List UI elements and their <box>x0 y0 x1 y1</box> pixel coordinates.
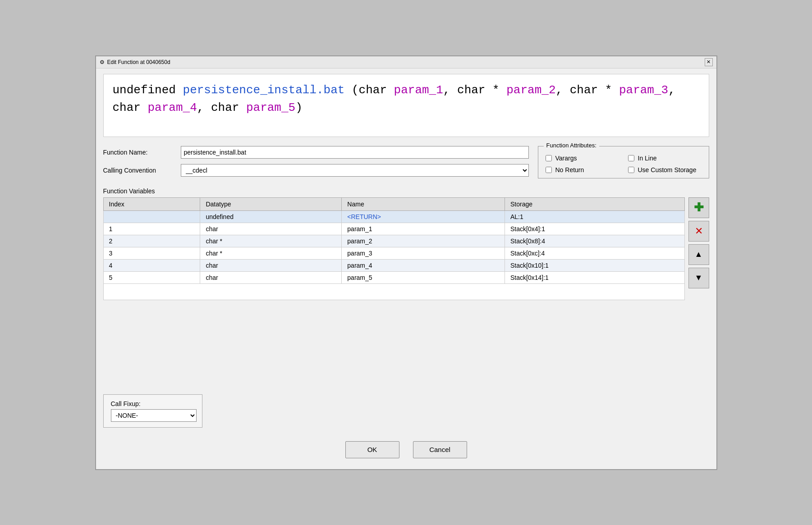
no-return-checkbox[interactable] <box>546 167 552 173</box>
cell-storage: Stack[0x4]:1 <box>505 223 685 235</box>
form-area: Function Name: Calling Convention __cdec… <box>103 146 709 178</box>
title-bar: ⚙ Edit Function at 0040650d ✕ <box>96 56 716 68</box>
button-row: OK Cancel <box>96 441 716 458</box>
sig-param1: param_1 <box>394 83 443 97</box>
cell-datatype: char <box>200 259 342 271</box>
close-button[interactable]: ✕ <box>705 58 713 66</box>
table-row[interactable]: 5 char param_5 Stack[0x14]:1 <box>103 271 684 283</box>
no-return-label: No Return <box>555 166 584 173</box>
no-return-item: No Return <box>546 166 619 173</box>
cell-datatype: char * <box>200 247 342 259</box>
col-datatype: Datatype <box>200 197 342 210</box>
title-bar-left: ⚙ Edit Function at 0040650d <box>100 59 170 65</box>
cell-datatype: char * <box>200 235 342 247</box>
sig-param2: param_2 <box>506 83 555 97</box>
callfix-select[interactable]: -NONE- <box>111 409 197 422</box>
inline-item: In Line <box>628 155 702 162</box>
cell-name: param_3 <box>342 247 505 259</box>
function-name-input[interactable] <box>181 146 529 159</box>
cell-index: 2 <box>103 235 200 247</box>
form-fields: Function Name: Calling Convention __cdec… <box>103 146 529 177</box>
cell-index: 1 <box>103 223 200 235</box>
calling-convention-row: Calling Convention __cdecl __stdcall __f… <box>103 164 529 177</box>
dialog-title: Edit Function at 0040650d <box>107 59 170 65</box>
move-down-button[interactable]: ▼ <box>688 268 709 288</box>
callfix-box: Call Fixup: -NONE- <box>103 394 202 428</box>
callfix-label: Call Fixup: <box>111 400 195 407</box>
cell-index: 3 <box>103 247 200 259</box>
move-up-button[interactable]: ▲ <box>688 244 709 265</box>
col-storage: Storage <box>505 197 685 210</box>
attr-grid: Varargs In Line No Return Use Custom Sto… <box>546 155 702 173</box>
cell-storage: Stack[0x14]:1 <box>505 271 685 283</box>
cell-storage: Stack[0x8]:4 <box>505 235 685 247</box>
sig-param3: param_3 <box>619 83 668 97</box>
attributes-box: Function Attributes: Varargs In Line No … <box>538 146 709 178</box>
inline-checkbox[interactable] <box>628 155 634 161</box>
sig-comma4: , char <box>197 101 246 114</box>
cancel-button[interactable]: Cancel <box>413 441 467 458</box>
cell-datatype: char <box>200 223 342 235</box>
calling-convention-label: Calling Convention <box>103 167 175 174</box>
custom-storage-checkbox[interactable] <box>628 167 634 173</box>
cell-storage: AL:1 <box>505 210 685 223</box>
cell-index <box>103 210 200 223</box>
cell-name: param_5 <box>342 271 505 283</box>
table-row[interactable]: 1 char param_1 Stack[0x4]:1 <box>103 223 684 235</box>
attributes-legend: Function Attributes: <box>544 142 599 149</box>
table-row[interactable]: 2 char * param_2 Stack[0x8]:4 <box>103 235 684 247</box>
col-name: Name <box>342 197 505 210</box>
custom-storage-item: Use Custom Storage <box>628 166 702 173</box>
cell-name: param_2 <box>342 235 505 247</box>
callfix-section: Call Fixup: -NONE- <box>103 394 709 428</box>
varargs-checkbox[interactable] <box>546 155 552 161</box>
table-container: Index Datatype Name Storage undefined <R… <box>103 197 709 300</box>
table-row[interactable]: 3 char * param_3 Stack[0xc]:4 <box>103 247 684 259</box>
sig-open-paren: (char <box>344 83 394 97</box>
function-name-label: Function Name: <box>103 149 175 156</box>
dialog-icon: ⚙ <box>100 59 105 65</box>
table-side-buttons: ✚ ✕ ▲ ▼ <box>688 197 709 288</box>
return-type: undefined <box>113 83 183 97</box>
varargs-item: Varargs <box>546 155 619 162</box>
cell-storage: Stack[0x10]:1 <box>505 259 685 271</box>
inline-label: In Line <box>638 155 657 162</box>
col-index: Index <box>103 197 200 210</box>
add-row-button[interactable]: ✚ <box>688 197 709 218</box>
cell-index: 5 <box>103 271 200 283</box>
calling-convention-select[interactable]: __cdecl __stdcall __fastcall __thiscall <box>181 164 529 177</box>
varargs-label: Varargs <box>555 155 577 162</box>
table-row[interactable]: undefined <RETURN> AL:1 <box>103 210 684 223</box>
sig-param5: param_5 <box>246 101 295 114</box>
cell-index: 4 <box>103 259 200 271</box>
table-row[interactable]: 4 char param_4 Stack[0x10]:1 <box>103 259 684 271</box>
sig-comma1: , char * <box>443 83 506 97</box>
cell-storage: Stack[0xc]:4 <box>505 247 685 259</box>
cell-name: param_1 <box>342 223 505 235</box>
variables-title: Function Variables <box>103 187 709 195</box>
sig-close-paren: ) <box>295 101 303 114</box>
variables-section: Function Variables Index Datatype Name S… <box>103 187 709 384</box>
sig-comma2: , char * <box>555 83 619 97</box>
remove-row-button[interactable]: ✕ <box>688 221 709 242</box>
function-signature: undefined persistence_install.bat (char … <box>103 74 709 137</box>
cell-datatype: undefined <box>200 210 342 223</box>
cell-name: <RETURN> <box>342 210 505 223</box>
custom-storage-label: Use Custom Storage <box>638 166 697 173</box>
variables-table: Index Datatype Name Storage undefined <R… <box>103 197 685 300</box>
table-row-empty <box>103 283 684 300</box>
cell-datatype: char <box>200 271 342 283</box>
function-name-row: Function Name: <box>103 146 529 159</box>
sig-param4: param_4 <box>148 101 197 114</box>
edit-function-dialog: ⚙ Edit Function at 0040650d ✕ undefined … <box>95 55 717 470</box>
func-name: persistence_install.bat <box>183 83 345 97</box>
cell-name: param_4 <box>342 259 505 271</box>
ok-button[interactable]: OK <box>345 441 399 458</box>
